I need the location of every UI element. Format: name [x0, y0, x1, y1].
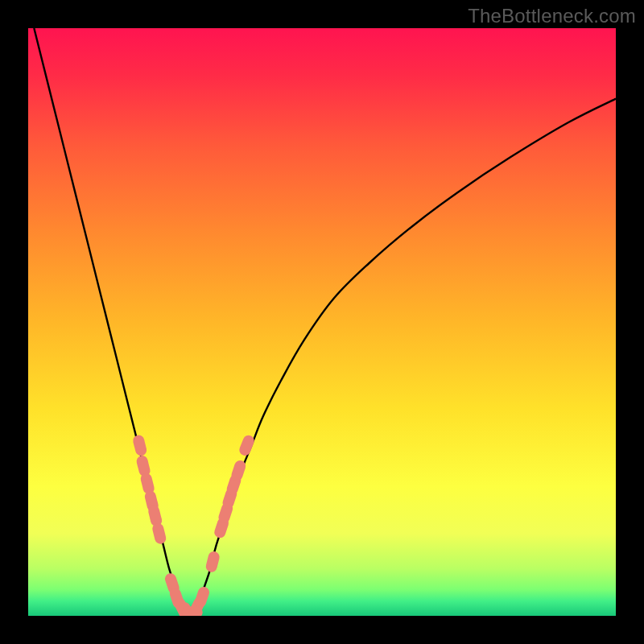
data-marker — [204, 551, 221, 574]
data-marker — [132, 434, 148, 457]
data-marker — [151, 522, 167, 545]
chart-frame: TheBottleneck.com — [0, 0, 644, 644]
chart-svg — [28, 28, 616, 616]
bottleneck-curve — [34, 28, 616, 616]
watermark-text: TheBottleneck.com — [468, 5, 636, 27]
data-markers — [132, 434, 256, 616]
plot-area — [28, 28, 616, 616]
data-marker — [237, 434, 256, 457]
